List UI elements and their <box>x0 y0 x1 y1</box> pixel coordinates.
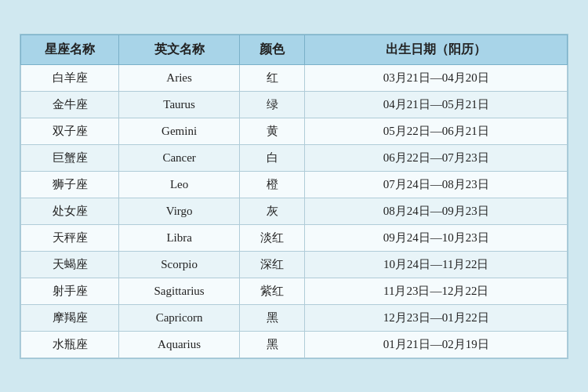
cell-en-name: Gemini <box>119 118 239 144</box>
table-row: 摩羯座Capricorn黑12月23日—01月22日 <box>21 304 568 331</box>
cell-en-name: Leo <box>119 171 239 198</box>
cell-en-name: Aquarius <box>119 331 239 358</box>
header-en-name: 英文名称 <box>119 34 239 64</box>
cell-zh-name: 摩羯座 <box>21 304 119 331</box>
table-row: 处女座Virgo灰08月24日—09月23日 <box>21 198 568 224</box>
cell-color: 淡红 <box>239 224 305 251</box>
cell-color: 黄 <box>239 118 305 144</box>
cell-zh-name: 金牛座 <box>21 91 119 118</box>
cell-date: 06月22日—07月23日 <box>305 144 568 171</box>
table-row: 双子座Gemini黄05月22日—06月21日 <box>21 118 568 144</box>
cell-zh-name: 白羊座 <box>21 64 119 91</box>
cell-date: 07月24日—08月23日 <box>305 171 568 198</box>
cell-color: 绿 <box>239 91 305 118</box>
table-row: 水瓶座Aquarius黑01月21日—02月19日 <box>21 331 568 358</box>
table-header-row: 星座名称 英文名称 颜色 出生日期（阳历） <box>21 34 568 64</box>
cell-date: 01月21日—02月19日 <box>305 331 568 358</box>
zodiac-table-container: 星座名称 英文名称 颜色 出生日期（阳历） 白羊座Aries红03月21日—04… <box>20 34 568 359</box>
cell-zh-name: 狮子座 <box>21 171 119 198</box>
cell-zh-name: 双子座 <box>21 118 119 144</box>
table-row: 金牛座Taurus绿04月21日—05月21日 <box>21 91 568 118</box>
cell-en-name: Cancer <box>119 144 239 171</box>
cell-en-name: Sagittarius <box>119 278 239 304</box>
header-date: 出生日期（阳历） <box>305 34 568 64</box>
cell-en-name: Scorpio <box>119 251 239 278</box>
cell-date: 08月24日—09月23日 <box>305 198 568 224</box>
header-color: 颜色 <box>239 34 305 64</box>
table-row: 天秤座Libra淡红09月24日—10月23日 <box>21 224 568 251</box>
cell-color: 紫红 <box>239 278 305 304</box>
cell-zh-name: 天秤座 <box>21 224 119 251</box>
cell-zh-name: 天蝎座 <box>21 251 119 278</box>
cell-color: 深红 <box>239 251 305 278</box>
cell-color: 黑 <box>239 304 305 331</box>
cell-color: 黑 <box>239 331 305 358</box>
cell-en-name: Libra <box>119 224 239 251</box>
cell-date: 11月23日—12月22日 <box>305 278 568 304</box>
header-zh-name: 星座名称 <box>21 34 119 64</box>
cell-date: 12月23日—01月22日 <box>305 304 568 331</box>
cell-en-name: Taurus <box>119 91 239 118</box>
cell-date: 05月22日—06月21日 <box>305 118 568 144</box>
cell-zh-name: 射手座 <box>21 278 119 304</box>
cell-date: 04月21日—05月21日 <box>305 91 568 118</box>
table-row: 巨蟹座Cancer白06月22日—07月23日 <box>21 144 568 171</box>
cell-date: 09月24日—10月23日 <box>305 224 568 251</box>
cell-en-name: Virgo <box>119 198 239 224</box>
cell-color: 橙 <box>239 171 305 198</box>
cell-zh-name: 巨蟹座 <box>21 144 119 171</box>
cell-zh-name: 处女座 <box>21 198 119 224</box>
zodiac-table: 星座名称 英文名称 颜色 出生日期（阳历） 白羊座Aries红03月21日—04… <box>20 34 568 358</box>
cell-date: 10月24日—11月22日 <box>305 251 568 278</box>
cell-color: 红 <box>239 64 305 91</box>
cell-en-name: Aries <box>119 64 239 91</box>
table-row: 狮子座Leo橙07月24日—08月23日 <box>21 171 568 198</box>
cell-zh-name: 水瓶座 <box>21 331 119 358</box>
table-row: 白羊座Aries红03月21日—04月20日 <box>21 64 568 91</box>
cell-color: 灰 <box>239 198 305 224</box>
cell-color: 白 <box>239 144 305 171</box>
table-row: 射手座Sagittarius紫红11月23日—12月22日 <box>21 278 568 304</box>
cell-date: 03月21日—04月20日 <box>305 64 568 91</box>
table-row: 天蝎座Scorpio深红10月24日—11月22日 <box>21 251 568 278</box>
cell-en-name: Capricorn <box>119 304 239 331</box>
